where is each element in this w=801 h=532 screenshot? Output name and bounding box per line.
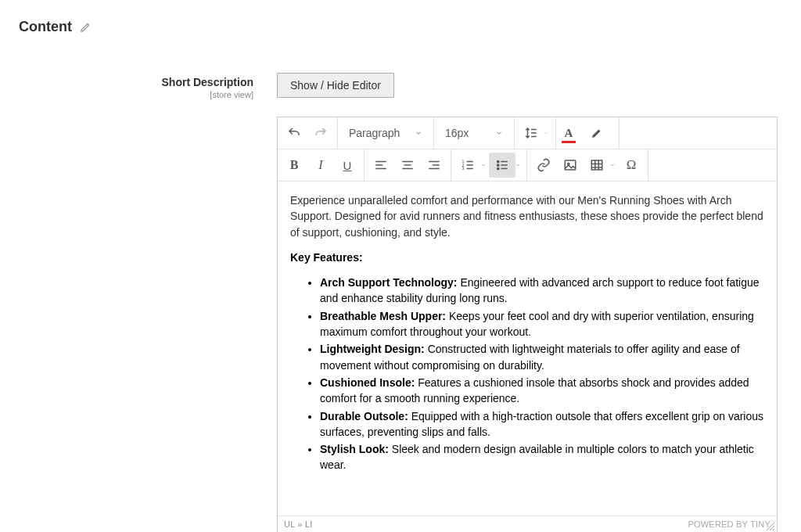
feature-title: Stylish Look: <box>320 443 389 455</box>
feature-title: Lightweight Design: <box>320 343 425 355</box>
underline-button[interactable]: U <box>334 153 361 178</box>
align-center-button[interactable] <box>394 153 421 178</box>
align-left-button[interactable] <box>368 153 394 178</box>
bold-button[interactable]: B <box>281 153 307 178</box>
chevron-down-icon[interactable] <box>578 129 587 137</box>
chevron-down-icon[interactable] <box>610 161 618 169</box>
feature-item: Arch Support Technology: Engineered with… <box>320 275 764 307</box>
table-button[interactable] <box>584 153 610 178</box>
field-scope: [store view] <box>19 90 253 99</box>
chevron-down-icon[interactable] <box>606 129 616 137</box>
field-label-text: Short Description <box>19 76 253 88</box>
svg-point-3 <box>497 160 499 162</box>
feature-item: Lightweight Design: Constructed with lig… <box>320 341 764 373</box>
line-height-button[interactable] <box>518 120 544 146</box>
show-hide-editor-button[interactable]: Show / Hide Editor <box>277 73 394 98</box>
powered-by: Powered by Tiny <box>688 519 770 529</box>
feature-item: Durable Outsole: Equipped with a high-tr… <box>320 408 764 440</box>
section-title: Content <box>19 19 72 35</box>
redo-button[interactable] <box>307 120 334 146</box>
feature-title: Arch Support Technology: <box>320 276 458 289</box>
features-list: Arch Support Technology: Engineered with… <box>290 275 764 473</box>
svg-point-4 <box>497 164 499 166</box>
unordered-list-button[interactable] <box>489 153 515 178</box>
feature-title: Cushioned Insole: <box>320 376 415 389</box>
feature-item: Cushioned Insole: Features a cushioned i… <box>320 375 764 407</box>
chevron-down-icon <box>415 129 422 137</box>
chevron-down-icon[interactable] <box>515 161 523 169</box>
feature-item: Stylish Look: Sleek and modern design av… <box>320 441 764 473</box>
block-format-value: Paragraph <box>349 127 411 139</box>
element-path[interactable]: UL » LI <box>284 519 313 529</box>
feature-title: Durable Outsole: <box>320 410 408 422</box>
field-label: Short Description [store view] <box>19 73 277 99</box>
short-description-row: Short Description [store view] Show / Hi… <box>19 73 782 532</box>
editor-content[interactable]: Experience unparalleled comfort and perf… <box>278 182 777 516</box>
resize-handle-icon[interactable] <box>766 522 777 532</box>
chevron-down-icon[interactable] <box>481 161 489 169</box>
background-color-button[interactable] <box>587 120 606 146</box>
key-features-heading: Key Features: <box>290 250 764 265</box>
feature-item: Breathable Mesh Upper: Keeps your feet c… <box>320 308 764 340</box>
italic-button[interactable]: I <box>307 153 334 178</box>
section-header: Content <box>19 19 782 35</box>
chevron-down-icon[interactable] <box>544 129 552 137</box>
font-size-value: 16px <box>445 127 492 139</box>
special-character-button[interactable]: Ω <box>618 153 645 178</box>
wysiwyg-editor: Paragraph 16px <box>277 117 778 532</box>
link-button[interactable] <box>530 153 557 178</box>
text-color-button[interactable]: A <box>559 120 578 146</box>
svg-rect-6 <box>565 160 576 170</box>
field-value: Show / Hide Editor Paragraph <box>277 73 778 532</box>
svg-point-5 <box>497 167 499 169</box>
chevron-down-icon <box>495 129 503 137</box>
editor-toolbar: Paragraph 16px <box>278 117 777 182</box>
undo-button[interactable] <box>281 120 307 146</box>
editor-statusbar: UL » LI Powered by Tiny <box>278 516 777 532</box>
feature-title: Breathable Mesh Upper: <box>320 310 446 322</box>
image-button[interactable] <box>557 153 584 178</box>
pencil-icon[interactable] <box>80 22 91 33</box>
font-size-select[interactable]: 16px <box>437 120 511 146</box>
align-right-button[interactable] <box>421 153 447 178</box>
ordered-list-button[interactable]: 123 <box>454 153 481 178</box>
intro-paragraph: Experience unparalleled comfort and perf… <box>290 192 764 240</box>
svg-rect-8 <box>591 160 602 170</box>
block-format-select[interactable]: Paragraph <box>341 120 430 146</box>
svg-text:3: 3 <box>462 166 465 171</box>
